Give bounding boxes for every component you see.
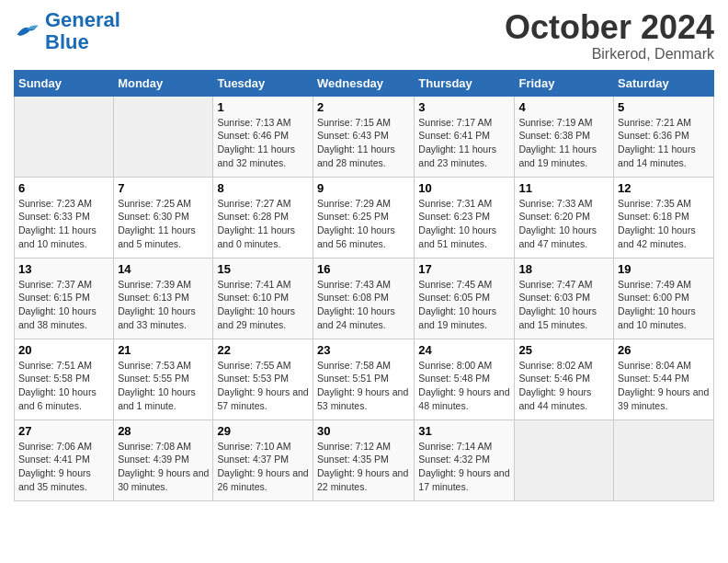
day-info: Sunrise: 7:15 AM Sunset: 6:43 PM Dayligh… <box>317 116 410 170</box>
day-number: 4 <box>518 100 609 114</box>
calendar-cell: 22Sunrise: 7:55 AM Sunset: 5:53 PM Dayli… <box>213 339 313 419</box>
day-info: Sunrise: 8:00 AM Sunset: 5:48 PM Dayligh… <box>418 359 510 413</box>
day-info: Sunrise: 7:25 AM Sunset: 6:30 PM Dayligh… <box>118 197 209 251</box>
day-info: Sunrise: 7:19 AM Sunset: 6:38 PM Dayligh… <box>518 116 609 170</box>
day-info: Sunrise: 7:35 AM Sunset: 6:18 PM Dayligh… <box>618 197 710 251</box>
calendar-cell: 13Sunrise: 7:37 AM Sunset: 6:15 PM Dayli… <box>15 258 114 339</box>
day-number: 31 <box>418 424 510 438</box>
week-row-3: 13Sunrise: 7:37 AM Sunset: 6:15 PM Dayli… <box>15 258 714 339</box>
calendar-cell: 21Sunrise: 7:53 AM Sunset: 5:55 PM Dayli… <box>114 339 213 419</box>
day-info: Sunrise: 7:17 AM Sunset: 6:41 PM Dayligh… <box>418 116 510 170</box>
day-header-friday: Friday <box>515 70 614 96</box>
header-row: SundayMondayTuesdayWednesdayThursdayFrid… <box>15 70 714 96</box>
day-number: 2 <box>317 100 410 114</box>
calendar-cell: 23Sunrise: 7:58 AM Sunset: 5:51 PM Dayli… <box>313 339 415 419</box>
day-number: 5 <box>618 100 710 114</box>
day-info: Sunrise: 7:41 AM Sunset: 6:10 PM Dayligh… <box>217 278 309 332</box>
logo: General Blue <box>14 9 120 53</box>
calendar-cell: 14Sunrise: 7:39 AM Sunset: 6:13 PM Dayli… <box>114 258 213 339</box>
day-info: Sunrise: 7:39 AM Sunset: 6:13 PM Dayligh… <box>118 278 209 332</box>
day-info: Sunrise: 8:02 AM Sunset: 5:46 PM Dayligh… <box>518 359 609 413</box>
logo-icon <box>14 21 40 41</box>
day-number: 14 <box>118 262 209 276</box>
day-number: 10 <box>418 181 510 195</box>
calendar-cell: 24Sunrise: 8:00 AM Sunset: 5:48 PM Dayli… <box>415 339 515 419</box>
day-info: Sunrise: 7:13 AM Sunset: 6:46 PM Dayligh… <box>217 116 309 170</box>
day-info: Sunrise: 7:53 AM Sunset: 5:55 PM Dayligh… <box>118 359 209 413</box>
day-number: 22 <box>217 343 309 357</box>
calendar-cell: 7Sunrise: 7:25 AM Sunset: 6:30 PM Daylig… <box>114 177 213 258</box>
calendar-cell: 17Sunrise: 7:45 AM Sunset: 6:05 PM Dayli… <box>415 258 515 339</box>
week-row-5: 27Sunrise: 7:06 AM Sunset: 4:41 PM Dayli… <box>15 419 714 500</box>
calendar-cell: 25Sunrise: 8:02 AM Sunset: 5:46 PM Dayli… <box>515 339 614 419</box>
location: Birkerod, Denmark <box>505 46 714 63</box>
week-row-4: 20Sunrise: 7:51 AM Sunset: 5:58 PM Dayli… <box>15 339 714 419</box>
day-number: 24 <box>418 343 510 357</box>
calendar-cell: 20Sunrise: 7:51 AM Sunset: 5:58 PM Dayli… <box>15 339 114 419</box>
day-info: Sunrise: 7:06 AM Sunset: 4:41 PM Dayligh… <box>18 440 109 494</box>
day-number: 18 <box>518 262 609 276</box>
calendar-cell: 16Sunrise: 7:43 AM Sunset: 6:08 PM Dayli… <box>313 258 415 339</box>
calendar-cell: 30Sunrise: 7:12 AM Sunset: 4:35 PM Dayli… <box>313 419 415 500</box>
week-row-2: 6Sunrise: 7:23 AM Sunset: 6:33 PM Daylig… <box>15 177 714 258</box>
day-number: 15 <box>217 262 309 276</box>
day-info: Sunrise: 7:45 AM Sunset: 6:05 PM Dayligh… <box>418 278 510 332</box>
calendar-cell <box>614 419 714 500</box>
month-title: October 2024 <box>505 9 714 46</box>
calendar-cell: 2Sunrise: 7:15 AM Sunset: 6:43 PM Daylig… <box>313 96 415 177</box>
calendar-cell: 18Sunrise: 7:47 AM Sunset: 6:03 PM Dayli… <box>515 258 614 339</box>
calendar-cell: 12Sunrise: 7:35 AM Sunset: 6:18 PM Dayli… <box>614 177 714 258</box>
calendar-cell: 31Sunrise: 7:14 AM Sunset: 4:32 PM Dayli… <box>415 419 515 500</box>
calendar-cell: 8Sunrise: 7:27 AM Sunset: 6:28 PM Daylig… <box>213 177 313 258</box>
day-info: Sunrise: 8:04 AM Sunset: 5:44 PM Dayligh… <box>618 359 710 413</box>
day-number: 21 <box>118 343 209 357</box>
week-row-1: 1Sunrise: 7:13 AM Sunset: 6:46 PM Daylig… <box>15 96 714 177</box>
page-header: General Blue October 2024 Birkerod, Denm… <box>14 9 714 63</box>
day-header-sunday: Sunday <box>15 70 114 96</box>
day-number: 17 <box>418 262 510 276</box>
title-block: October 2024 Birkerod, Denmark <box>505 9 714 63</box>
day-header-monday: Monday <box>114 70 213 96</box>
day-number: 11 <box>518 181 609 195</box>
day-info: Sunrise: 7:33 AM Sunset: 6:20 PM Dayligh… <box>518 197 609 251</box>
calendar-cell: 26Sunrise: 8:04 AM Sunset: 5:44 PM Dayli… <box>614 339 714 419</box>
calendar-cell: 10Sunrise: 7:31 AM Sunset: 6:23 PM Dayli… <box>415 177 515 258</box>
day-number: 8 <box>217 181 309 195</box>
day-header-wednesday: Wednesday <box>313 70 415 96</box>
day-info: Sunrise: 7:14 AM Sunset: 4:32 PM Dayligh… <box>418 440 510 494</box>
day-number: 27 <box>18 424 109 438</box>
day-header-thursday: Thursday <box>415 70 515 96</box>
day-info: Sunrise: 7:12 AM Sunset: 4:35 PM Dayligh… <box>317 440 410 494</box>
calendar-cell: 19Sunrise: 7:49 AM Sunset: 6:00 PM Dayli… <box>614 258 714 339</box>
day-info: Sunrise: 7:49 AM Sunset: 6:00 PM Dayligh… <box>618 278 710 332</box>
calendar-cell: 15Sunrise: 7:41 AM Sunset: 6:10 PM Dayli… <box>213 258 313 339</box>
day-info: Sunrise: 7:47 AM Sunset: 6:03 PM Dayligh… <box>518 278 609 332</box>
calendar-cell: 28Sunrise: 7:08 AM Sunset: 4:39 PM Dayli… <box>114 419 213 500</box>
calendar-cell: 4Sunrise: 7:19 AM Sunset: 6:38 PM Daylig… <box>515 96 614 177</box>
day-header-tuesday: Tuesday <box>213 70 313 96</box>
day-info: Sunrise: 7:23 AM Sunset: 6:33 PM Dayligh… <box>18 197 109 251</box>
calendar-cell: 1Sunrise: 7:13 AM Sunset: 6:46 PM Daylig… <box>213 96 313 177</box>
day-number: 3 <box>418 100 510 114</box>
day-number: 7 <box>118 181 209 195</box>
day-header-saturday: Saturday <box>614 70 714 96</box>
day-info: Sunrise: 7:55 AM Sunset: 5:53 PM Dayligh… <box>217 359 309 413</box>
day-number: 9 <box>317 181 410 195</box>
calendar-table: SundayMondayTuesdayWednesdayThursdayFrid… <box>14 70 714 501</box>
calendar-cell: 3Sunrise: 7:17 AM Sunset: 6:41 PM Daylig… <box>415 96 515 177</box>
day-number: 12 <box>618 181 710 195</box>
day-info: Sunrise: 7:31 AM Sunset: 6:23 PM Dayligh… <box>418 197 510 251</box>
day-info: Sunrise: 7:27 AM Sunset: 6:28 PM Dayligh… <box>217 197 309 251</box>
day-info: Sunrise: 7:08 AM Sunset: 4:39 PM Dayligh… <box>118 440 209 494</box>
day-number: 6 <box>18 181 109 195</box>
calendar-cell <box>114 96 213 177</box>
day-number: 25 <box>518 343 609 357</box>
day-number: 23 <box>317 343 410 357</box>
calendar-cell: 11Sunrise: 7:33 AM Sunset: 6:20 PM Dayli… <box>515 177 614 258</box>
day-info: Sunrise: 7:43 AM Sunset: 6:08 PM Dayligh… <box>317 278 410 332</box>
calendar-cell <box>15 96 114 177</box>
day-number: 19 <box>618 262 710 276</box>
day-number: 28 <box>118 424 209 438</box>
day-info: Sunrise: 7:58 AM Sunset: 5:51 PM Dayligh… <box>317 359 410 413</box>
day-info: Sunrise: 7:51 AM Sunset: 5:58 PM Dayligh… <box>18 359 109 413</box>
